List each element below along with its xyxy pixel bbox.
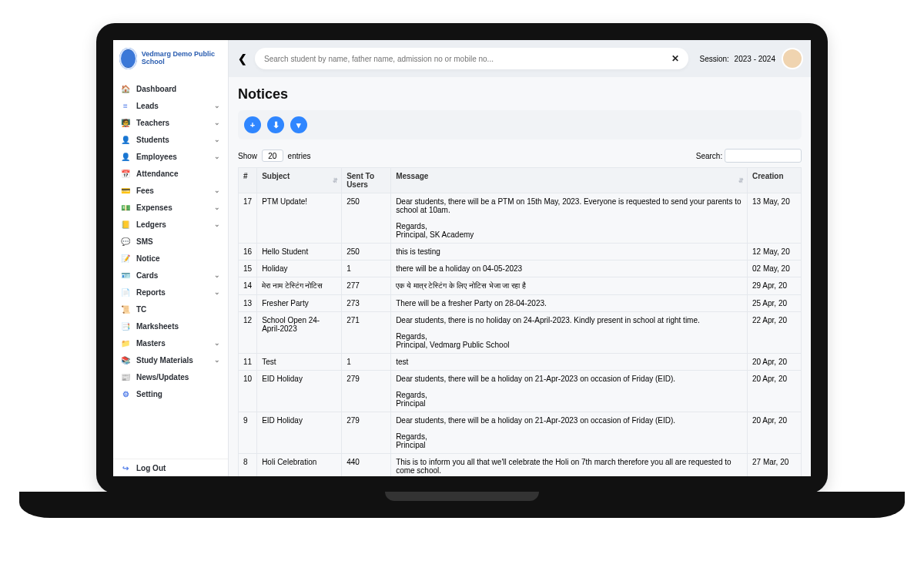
sidebar-item-masters[interactable]: 📁Masters⌄ <box>113 334 228 351</box>
sidebar-item-attendance[interactable]: 📅Attendance <box>113 165 228 182</box>
sidebar-item-tc[interactable]: 📜TC <box>113 301 228 318</box>
table-row[interactable]: 17PTM Update!250Dear students, there wil… <box>239 193 802 244</box>
show-entries: Show entries <box>238 150 311 162</box>
sidebar-item-employees[interactable]: 👤Employees⌄ <box>113 148 228 165</box>
sidebar-item-ledgers[interactable]: 📒Ledgers⌄ <box>113 216 228 233</box>
sidebar-item-label: News/Updates <box>136 373 189 381</box>
chevron-down-icon: ⌄ <box>214 271 220 279</box>
table-row[interactable]: 13Fresher Party273There will be a freshe… <box>239 295 802 312</box>
cell-subject: Holiday <box>257 260 342 277</box>
cell-message: Dear students, there is no holiday on 24… <box>391 312 748 354</box>
th-sent[interactable]: Sent To Users <box>342 168 391 193</box>
chevron-down-icon: ⌄ <box>214 356 220 364</box>
brand-name: Vedmarg Demo Public School <box>142 51 222 66</box>
cell-index: 12 <box>239 312 257 354</box>
sidebar-item-cards[interactable]: 🪪Cards⌄ <box>113 267 228 284</box>
entries-input[interactable] <box>262 150 283 162</box>
add-button[interactable]: + <box>244 116 261 133</box>
sidebar-menu: 🏠Dashboard≡Leads⌄🧑‍🏫Teachers⌄👤Students⌄👤… <box>113 77 228 459</box>
note-icon: 📝 <box>121 254 130 263</box>
table-row[interactable]: 9EID Holiday279Dear students, there will… <box>239 412 802 454</box>
table-row[interactable]: 11Test1test20 Apr, 20 <box>239 354 802 371</box>
sidebar-item-expenses[interactable]: 💵Expenses⌄ <box>113 199 228 216</box>
sidebar-item-sms[interactable]: 💬SMS <box>113 233 228 250</box>
person-icon: 👤 <box>121 152 130 161</box>
calendar-icon: 📅 <box>121 169 130 178</box>
table-row[interactable]: 8Holi Celebration440This is to inform yo… <box>239 454 802 477</box>
table-controls: Show entries Search: <box>238 149 802 163</box>
cell-sent: 250 <box>342 244 391 260</box>
laptop-base <box>19 492 905 518</box>
download-icon: ⬇ <box>273 120 280 130</box>
sidebar-item-label: Students <box>136 136 169 144</box>
sidebar-item-label: Employees <box>136 153 177 161</box>
cell-index: 16 <box>239 244 257 260</box>
cell-sent: 279 <box>342 371 391 412</box>
th-creation[interactable]: Creation <box>748 168 802 193</box>
home-icon: 🏠 <box>121 84 130 93</box>
cell-subject: मेरा नाम टेस्टिंग नोटिस <box>257 277 342 295</box>
cell-subject: EID Holiday <box>257 412 342 454</box>
clear-search-icon[interactable]: ✕ <box>671 53 679 64</box>
back-button[interactable]: ❮ <box>238 52 247 65</box>
table-row[interactable]: 12School Open 24-April-2023271Dear stude… <box>239 312 802 354</box>
cell-date: 20 Apr, 20 <box>748 412 802 454</box>
th-message[interactable]: Message⇵ <box>391 168 748 193</box>
cell-message: Dear students, there will be a PTM on 15… <box>391 193 748 244</box>
cell-sent: 273 <box>342 295 391 312</box>
books-icon: 📚 <box>121 355 130 365</box>
cell-index: 15 <box>239 260 257 277</box>
report-icon: 📄 <box>121 287 130 297</box>
app-window: Vedmarg Demo Public School 🏠Dashboard≡Le… <box>113 40 811 476</box>
table-row[interactable]: 10EID Holiday279Dear students, there wil… <box>239 371 802 412</box>
sidebar-item-dashboard[interactable]: 🏠Dashboard <box>113 80 228 97</box>
cell-message: Dear students, there will be a holiday o… <box>391 371 748 412</box>
brand[interactable]: Vedmarg Demo Public School <box>113 40 228 77</box>
cell-index: 9 <box>239 412 257 454</box>
table-row[interactable]: 16Hello Student250this is testing12 May,… <box>239 244 802 260</box>
show-label: Show <box>238 152 257 160</box>
sidebar-item-fees[interactable]: 💳Fees⌄ <box>113 182 228 199</box>
session-value: 2023 - 2024 <box>735 55 775 63</box>
sidebar-item-setting[interactable]: ⚙Setting <box>113 385 228 402</box>
sidebar-item-teachers[interactable]: 🧑‍🏫Teachers⌄ <box>113 114 228 131</box>
session-label: Session: 2023 - 2024 <box>696 55 775 63</box>
cell-message: this is testing <box>391 244 748 260</box>
table-search-input[interactable] <box>725 149 802 163</box>
download-button[interactable]: ⬇ <box>267 116 284 133</box>
cell-index: 13 <box>239 295 257 312</box>
sidebar-item-news-updates[interactable]: 📰News/Updates <box>113 368 228 385</box>
chat-icon: 💬 <box>121 237 130 246</box>
filter-button[interactable]: ▾ <box>290 116 307 133</box>
sidebar-item-marksheets[interactable]: 📑Marksheets <box>113 318 228 334</box>
sidebar-item-reports[interactable]: 📄Reports⌄ <box>113 284 228 301</box>
sidebar-item-label: Notice <box>136 254 160 263</box>
search-input[interactable] <box>264 55 671 63</box>
avatar[interactable] <box>783 49 802 68</box>
sidebar-item-students[interactable]: 👤Students⌄ <box>113 131 228 148</box>
th-subject[interactable]: Subject⇵ <box>257 168 342 193</box>
entries-label: entries <box>288 152 311 160</box>
table-row[interactable]: 14मेरा नाम टेस्टिंग नोटिस277एक ये मात्र … <box>239 277 802 295</box>
sort-icon: ⇵ <box>333 177 338 184</box>
sidebar-item-study-materials[interactable]: 📚Study Materials⌄ <box>113 351 228 368</box>
notices-table: # Subject⇵ Sent To Users Message⇵ Creati… <box>238 167 802 476</box>
th-index[interactable]: # <box>239 168 257 193</box>
sidebar-item-label: Attendance <box>136 170 178 178</box>
sidebar-item-label: Teachers <box>136 119 169 127</box>
cell-sent: 1 <box>342 260 391 277</box>
table-row[interactable]: 15Holiday1there will be a holiday on 04-… <box>239 260 802 277</box>
cell-message: There will be a fresher Party on 28-04-2… <box>391 295 748 312</box>
sidebar-item-notice[interactable]: 📝Notice <box>113 250 228 267</box>
idcard-icon: 🪪 <box>121 271 130 280</box>
filter-icon: ▾ <box>296 120 301 130</box>
logout-button[interactable]: ↪ Log Out <box>113 459 228 476</box>
sidebar-item-label: Leads <box>136 102 159 110</box>
cell-sent: 277 <box>342 277 391 295</box>
cell-index: 10 <box>239 371 257 412</box>
sidebar-item-label: Reports <box>136 288 166 297</box>
cell-subject: Hello Student <box>257 244 342 260</box>
chevron-down-icon: ⌄ <box>214 119 220 126</box>
cell-subject: PTM Update! <box>257 193 342 244</box>
sidebar-item-leads[interactable]: ≡Leads⌄ <box>113 97 228 114</box>
